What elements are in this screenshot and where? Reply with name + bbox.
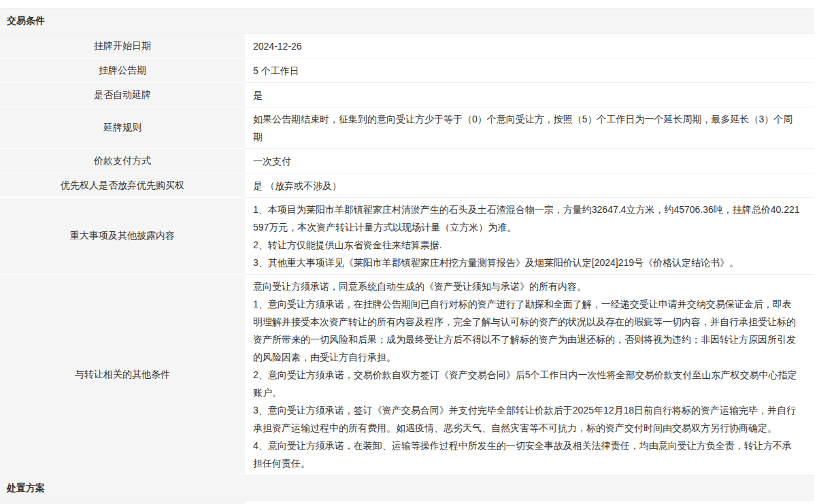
row-label: 优先权人是否放弃优先购买权 [0, 173, 245, 198]
row-label: 组织交易方式 [0, 501, 245, 504]
row-label: 挂牌公告期 [0, 58, 245, 83]
section-title: 交易条件 [7, 15, 45, 27]
row-value: 5 个工作日 [245, 58, 814, 83]
row-label: 价款支付方式 [0, 149, 245, 173]
section-header-disposal-plan: 处置方案 [0, 475, 814, 501]
row-value: 如果公告期结束时，征集到的意向受让方少于等于（0）个意向受让方，按照（5）个工作… [245, 107, 814, 149]
value-text: 2024-12-26 [253, 37, 302, 55]
listing-detail-page: 交易条件 挂牌开始日期 2024-12-26 挂牌公告期 5 个工作日 是否自动… [0, 0, 817, 504]
table-row-other-transfer-conditions: 与转让相关的其他条件 意向受让方须承诺，同意系统自动生成的《资产受让须知与承诺》… [0, 275, 814, 475]
row-label: 挂牌开始日期 [0, 34, 245, 58]
row-label: 重大事项及其他披露内容 [0, 198, 245, 275]
row-label: 与转让相关的其他条件 [0, 275, 245, 475]
value-text: 意向受让方须承诺，同意系统自动生成的《资产受让须知与承诺》的所有内容。 1、意向… [253, 278, 801, 472]
row-label: 延牌规则 [0, 107, 245, 149]
value-text: 如果公告期结束时，征集到的意向受让方少于等于（0）个意向受让方，按照（5）个工作… [253, 110, 801, 146]
value-text: 是 [253, 86, 263, 104]
row-label: 是否自动延牌 [0, 83, 245, 107]
row-value: 是 （放弃或不涉及） [245, 173, 814, 198]
table-row-major-matters-disclosure: 重大事项及其他披露内容 1、本项目为莱阳市羊郡镇翟家庄村清淤产生的石头及土石渣混… [0, 198, 814, 275]
table-row-auto-extension: 是否自动延牌 是 [0, 83, 814, 107]
table-row-listing-start-date: 挂牌开始日期 2024-12-26 [0, 34, 814, 58]
table-row-extension-rule: 延牌规则 如果公告期结束时，征集到的意向受让方少于等于（0）个意向受让方，按照（… [0, 107, 814, 149]
table-row-payment-method: 价款支付方式 一次支付 [0, 149, 814, 173]
section-header-trade-conditions: 交易条件 [0, 8, 814, 34]
row-value: 1、本项目为莱阳市羊郡镇翟家庄村清淤产生的石头及土石渣混合物一宗，方量约3264… [245, 198, 814, 275]
table-row-transaction-organization-method: 组织交易方式 动态报价 [0, 501, 814, 504]
row-value: 是 [245, 83, 814, 107]
table-row-preemptive-right-waiver: 优先权人是否放弃优先购买权 是 （放弃或不涉及） [0, 173, 814, 198]
transaction-conditions-table: 交易条件 挂牌开始日期 2024-12-26 挂牌公告期 5 个工作日 是否自动… [0, 8, 814, 504]
value-text: 一次支付 [253, 152, 291, 170]
row-value: 一次支付 [245, 149, 814, 173]
row-value: 2024-12-26 [245, 34, 814, 58]
table-row-announcement-period: 挂牌公告期 5 个工作日 [0, 58, 814, 83]
value-text: 是 （放弃或不涉及） [253, 177, 341, 195]
value-text: 5 个工作日 [253, 62, 299, 80]
row-value: 动态报价 [245, 501, 814, 504]
section-title: 处置方案 [7, 482, 45, 494]
value-text: 1、本项目为莱阳市羊郡镇翟家庄村清淤产生的石头及土石渣混合物一宗，方量约3264… [253, 201, 801, 271]
row-value: 意向受让方须承诺，同意系统自动生成的《资产受让须知与承诺》的所有内容。 1、意向… [245, 275, 814, 475]
